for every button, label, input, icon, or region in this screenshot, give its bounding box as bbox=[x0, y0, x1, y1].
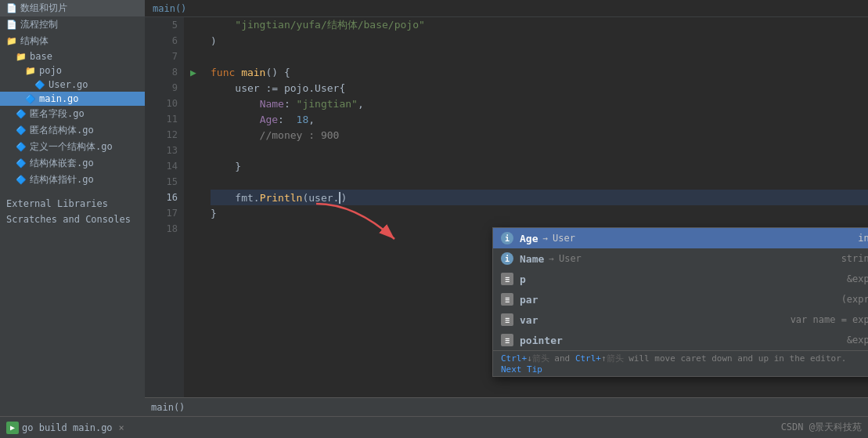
sidebar-item-label: User.go bbox=[49, 79, 88, 90]
status-bar: main() bbox=[145, 397, 868, 416]
hint-text: Ctrl+↓箭头 and Ctrl+↑箭头 will move caret do… bbox=[501, 353, 868, 375]
sidebar-item-label: pojo bbox=[39, 65, 62, 76]
code-line-17: } bbox=[211, 205, 868, 221]
status-function: main() bbox=[151, 402, 185, 413]
line-num-17: 17 bbox=[151, 205, 178, 221]
file-icon: 📄 bbox=[6, 3, 17, 13]
ac-item-type-var: var name = expr bbox=[791, 314, 868, 325]
folder-icon: 📁 bbox=[25, 66, 36, 76]
go-file-icon: 🔷 bbox=[16, 158, 27, 168]
go-file-icon: 🔷 bbox=[16, 142, 27, 152]
go-file-icon: 🔷 bbox=[25, 94, 36, 104]
ac-item-arrow-name: → bbox=[549, 254, 554, 264]
ac-item-name-name: Name bbox=[520, 253, 544, 265]
line-numbers: 5 6 7 8 9 10 11 12 13 14 15 16 17 18 bbox=[145, 17, 184, 397]
sidebar-item-label: 结构体 bbox=[20, 34, 49, 48]
code-line-13 bbox=[211, 143, 868, 158]
sidebar-item-label: 定义一个结构体.go bbox=[30, 140, 113, 154]
code-line-6: ) bbox=[211, 33, 868, 49]
autocomplete-hint-bar: Ctrl+↓箭头 and Ctrl+↑箭头 will move caret do… bbox=[493, 350, 868, 376]
editor-area: main() 5 6 7 8 9 10 11 12 13 14 15 16 17… bbox=[145, 0, 868, 416]
ac-item-name-p: p bbox=[520, 273, 526, 285]
run-arrow-icon[interactable]: ▶ bbox=[184, 64, 203, 80]
line-num-12: 12 bbox=[151, 127, 178, 143]
ac-item-type-age: int bbox=[858, 233, 868, 244]
ac-item-name-pointer: pointer bbox=[520, 335, 563, 346]
sidebar-item-pojo[interactable]: 📁 pojo bbox=[0, 63, 145, 78]
sidebar-scratches[interactable]: Scratches and Consoles bbox=[0, 212, 145, 227]
template-icon: ≡ bbox=[501, 313, 513, 326]
field-icon: i bbox=[501, 232, 513, 244]
go-file-icon: 🔷 bbox=[16, 109, 27, 119]
sidebar-item-arrays-slices[interactable]: 📄 数组和切片 bbox=[0, 0, 145, 16]
sidebar-item-define-struct[interactable]: 🔷 定义一个结构体.go bbox=[0, 139, 145, 155]
ac-item-name-var: var bbox=[520, 314, 538, 326]
line-num-9: 9 bbox=[151, 80, 178, 96]
file-icon: 📄 bbox=[6, 20, 17, 30]
main-container: 📄 数组和切片 📄 流程控制 📁 结构体 📁 base 📁 pojo 🔷 Use… bbox=[0, 0, 868, 416]
folder-icon: 📁 bbox=[6, 36, 17, 46]
template-icon: ≡ bbox=[501, 293, 513, 306]
sidebar-item-anonymous-struct[interactable]: 🔷 匿名结构体.go bbox=[0, 122, 145, 139]
ac-item-arrow-age: → bbox=[542, 233, 548, 244]
build-icon: ▶ bbox=[6, 422, 19, 434]
ac-item-type-par: (expr) bbox=[841, 294, 868, 305]
template-icon: ≡ bbox=[501, 273, 513, 285]
editor-content[interactable]: 5 6 7 8 9 10 11 12 13 14 15 16 17 18 bbox=[145, 17, 868, 397]
code-editor[interactable]: "jingtian/yufa/结构体/base/pojo" ) func mai… bbox=[203, 17, 868, 397]
autocomplete-item-var[interactable]: ≡ var var name = expr bbox=[493, 309, 868, 330]
ac-item-context-age: User bbox=[553, 233, 858, 244]
code-line-16: fmt.Println(user. ) bbox=[211, 190, 868, 205]
code-line-8: func main () { bbox=[211, 64, 868, 80]
build-close-button[interactable]: × bbox=[119, 422, 124, 433]
sidebar-item-anonymous-field[interactable]: 🔷 匿名字段.go bbox=[0, 106, 145, 122]
code-line-11: Age: 18, bbox=[211, 111, 868, 127]
ac-item-type-pointer: &expr bbox=[847, 335, 868, 346]
ac-item-context-name: User bbox=[559, 253, 841, 264]
autocomplete-item-par[interactable]: ≡ par (expr) bbox=[493, 289, 868, 309]
autocomplete-item-name[interactable]: i Name → User string bbox=[493, 248, 868, 269]
sidebar-item-label: 匿名字段.go bbox=[30, 107, 85, 121]
sidebar-item-label: 流程控制 bbox=[20, 18, 58, 31]
watermark: CSDN @景天科技苑 bbox=[781, 421, 862, 434]
folder-icon: 📁 bbox=[16, 52, 27, 62]
sidebar-item-main-go[interactable]: 🔷 main.go bbox=[0, 92, 145, 106]
autocomplete-item-age[interactable]: i Age → User int bbox=[493, 228, 868, 248]
autocomplete-item-pointer[interactable]: ≡ pointer &expr bbox=[493, 330, 868, 350]
code-line-14: } bbox=[211, 158, 868, 174]
run-gutter: ▶ bbox=[184, 17, 203, 397]
next-tip-link[interactable]: Next Tip bbox=[501, 364, 542, 375]
field-icon: i bbox=[501, 252, 513, 265]
sidebar-external-libraries[interactable]: External Libraries bbox=[0, 196, 145, 212]
function-bar: main() bbox=[145, 0, 868, 17]
go-file-icon: 🔷 bbox=[34, 80, 45, 90]
line-num-16: 16 bbox=[151, 190, 178, 205]
line-num-8: 8 bbox=[151, 64, 178, 80]
go-file-icon: 🔷 bbox=[16, 125, 27, 136]
template-icon: ≡ bbox=[501, 334, 513, 346]
sidebar-item-user-go[interactable]: 🔷 User.go bbox=[0, 78, 145, 92]
code-line-7 bbox=[211, 49, 868, 64]
sidebar-item-struct-embed[interactable]: 🔷 结构体嵌套.go bbox=[0, 155, 145, 172]
autocomplete-item-p[interactable]: ≡ p &expr bbox=[493, 269, 868, 289]
line-num-11: 11 bbox=[151, 111, 178, 127]
line-num-13: 13 bbox=[151, 143, 178, 158]
code-line-15 bbox=[211, 174, 868, 190]
sidebar-item-base[interactable]: 📁 base bbox=[0, 49, 145, 63]
code-line-12: //money : 900 bbox=[211, 127, 868, 143]
external-libraries-label: External Libraries bbox=[6, 198, 108, 209]
sidebar-item-struct-ptr[interactable]: 🔷 结构体指针.go bbox=[0, 172, 145, 188]
line-num-15: 15 bbox=[151, 174, 178, 190]
sidebar-item-struct[interactable]: 📁 结构体 bbox=[0, 33, 145, 49]
sidebar-item-label: 数组和切片 bbox=[20, 2, 67, 15]
code-line-9: user := pojo.User{ bbox=[211, 80, 868, 96]
sidebar-item-flow-control[interactable]: 📄 流程控制 bbox=[0, 16, 145, 33]
go-file-icon: 🔷 bbox=[16, 175, 27, 185]
ac-item-name-age: Age bbox=[520, 233, 538, 244]
line-num-7: 7 bbox=[151, 49, 178, 64]
sidebar-item-label: 结构体嵌套.go bbox=[30, 157, 94, 170]
ac-item-name-par: par bbox=[520, 294, 538, 306]
build-bar: ▶ go build main.go × CSDN @景天科技苑 bbox=[0, 416, 868, 438]
code-line-10: Name: "jingtian", bbox=[211, 96, 868, 111]
sidebar-item-label: 匿名结构体.go bbox=[30, 124, 94, 137]
